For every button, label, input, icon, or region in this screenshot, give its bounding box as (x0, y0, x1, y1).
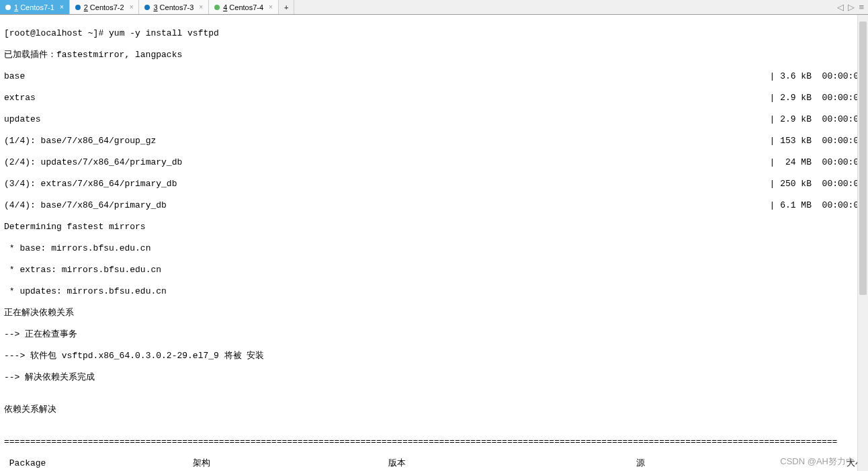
repo-row: (2/4): updates/7/x86_64/primary_db| 24 M… (4, 157, 864, 168)
mirrors-header: Determining fastest mirrors (4, 222, 864, 232)
tab-label: Centos7-3 (160, 3, 194, 11)
plugins-line: 已加载插件：fastestmirror, langpacks (4, 50, 864, 60)
tab-label: Centos7-1 (20, 3, 54, 11)
repo-row: base| 3.6 kB 00:00:00 (4, 71, 864, 82)
dep-line: 正在解决依赖关系 (4, 308, 864, 318)
close-icon[interactable]: × (199, 3, 203, 11)
prompt-line: [root@localhost ~]# yum -y install vsftp… (4, 28, 864, 39)
status-dot-icon (75, 5, 81, 10)
watermark: CSDN @AH努力中 (780, 456, 855, 468)
terminal-output[interactable]: [root@localhost ~]# yum -y install vsftp… (0, 15, 868, 471)
menu-icon[interactable]: ≡ (859, 2, 864, 12)
tab-centos7-1[interactable]: 1 Centos7-1 × (0, 0, 70, 14)
repo-row: extras| 2.9 kB 00:00:00 (4, 93, 864, 103)
repo-row: (3/4): extras/7/x86_64/primary_db| 250 k… (4, 179, 864, 189)
scroll-right-icon[interactable]: ▷ (848, 2, 855, 12)
close-icon[interactable]: × (60, 3, 64, 11)
scrollbar[interactable] (857, 15, 868, 471)
tab-centos7-3[interactable]: 3 Centos7-3 × (139, 0, 209, 14)
dep-line: ---> 软件包 vsftpd.x86_64.0.3.0.2-29.el7_9 … (4, 351, 864, 361)
close-icon[interactable]: × (269, 3, 273, 11)
tab-number: 3 (153, 3, 157, 11)
mirror-line: * extras: mirrors.bfsu.edu.cn (4, 265, 864, 275)
status-dot-icon (144, 5, 150, 10)
scroll-left-icon[interactable]: ◁ (837, 2, 844, 12)
mirror-line: * base: mirrors.bfsu.edu.cn (4, 243, 864, 254)
status-dot-icon (5, 5, 11, 10)
separator-line: ========================================… (4, 437, 864, 447)
tab-number: 2 (84, 3, 88, 11)
tab-centos7-2[interactable]: 2 Centos7-2 × (70, 0, 140, 14)
tab-label: Centos7-4 (229, 3, 263, 11)
tab-label: Centos7-2 (90, 3, 124, 11)
tab-number: 4 (223, 3, 227, 11)
dep-line: --> 解决依赖关系完成 (4, 372, 864, 383)
mirror-line: * updates: mirrors.bfsu.edu.cn (4, 286, 864, 297)
add-tab-button[interactable]: + (279, 0, 294, 14)
tab-number: 1 (14, 3, 18, 11)
dep-line: --> 正在检查事务 (4, 329, 864, 340)
tab-bar: 1 Centos7-1 × 2 Centos7-2 × 3 Centos7-3 … (0, 0, 868, 15)
repo-row: updates| 2.9 kB 00:00:00 (4, 114, 864, 125)
repo-row: (4/4): base/7/x86_64/primary_db| 6.1 MB … (4, 200, 864, 211)
close-icon[interactable]: × (130, 3, 134, 11)
scroll-thumb[interactable] (859, 22, 867, 295)
table-header: Package 架构 版本 源大小 (4, 458, 864, 469)
deps-resolved: 依赖关系解决 (4, 404, 864, 415)
tab-centos7-4[interactable]: 4 Centos7-4 × (209, 0, 279, 14)
tab-bar-controls: ◁ ▷ ≡ (837, 2, 868, 12)
repo-row: (1/4): base/7/x86_64/group_gz| 153 kB 00… (4, 136, 864, 146)
status-dot-icon (214, 5, 220, 10)
